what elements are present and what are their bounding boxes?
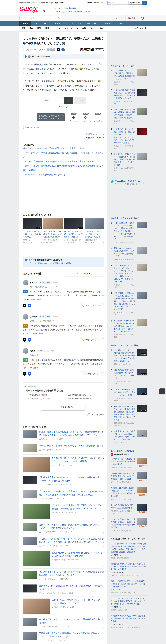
reacted-article-item[interactable]: 「テメェのほうが迷惑だろ！」満員のバスで赤ちゃんを怒鳴る“迷惑老人”…隣にいたイ… (111, 596, 147, 613)
dismiss-x-icon[interactable]: × (103, 626, 104, 628)
paid-article-title[interactable]: 石破茂首相への闇献金3000万円疑惑を直撃する《元側近が爆弾証言》【先出し全文】 (111, 472, 134, 480)
commenter-name[interactable]: 荒木樹 (30, 350, 36, 352)
list-item-title[interactable]: 「テメェのほうが迷惑だろ！」満員のバスで赤ちゃんを怒鳴る“迷惑老人”…隣にいたイ… (39, 490, 104, 496)
list-item-title[interactable]: 犬との散歩中に見つけた「花」に警察が出動！この時期に開花する違法な植物、発見した… (39, 570, 104, 577)
list-item[interactable]: 犬との散歩中に見つけた「花」に警察が出動！この時期に開花する違法な植物、発見した… (23, 568, 104, 582)
list-item-title[interactable]: 《またしても出頭延期》水原一平被告、気になる“妻の居場所” 昨年8月には“まさか… (52, 504, 104, 510)
dismiss-x-icon[interactable]: × (103, 532, 104, 534)
reaction-button[interactable]: 1,305 学びがある (67, 112, 80, 122)
nav-tab[interactable]: オリジナル (69, 21, 84, 26)
comment-count[interactable]: 4231 (39, 545, 45, 547)
list-item[interactable]: 「テメェのほうが迷惑だろ！」満員のバスで赤ちゃんを怒鳴る“迷惑老人”…隣にいたイ… (23, 488, 104, 502)
ranking-title[interactable]: 「ごはん1杯はコンビニのサンドウィッチより安い」と主張のJA組合長が炎上…「江藤… (114, 222, 135, 240)
comment-count[interactable]: 72 (39, 578, 43, 580)
list-item-title[interactable]: 東出昌大「私は何としてでも生きていける」 紆余曲折を経て手にした“自信” (39, 618, 104, 624)
ranking-item[interactable]: 1 ママ友同士で“闇バイト” “指示役”の女に懲役2年の実刑判決 他人名義の電子… (111, 347, 147, 367)
reacted-article-title[interactable]: 保育園のママ友らと共謀、143万円の詐欺に問われた33歳女に懲役2年の実刑判決 … (111, 615, 145, 622)
publisher-logo[interactable]: 読売新聞オンライン (80, 48, 104, 52)
pagination-page-2-current[interactable]: 2 (64, 97, 73, 104)
list-item-title[interactable]: 小学校、満開の桜を伐採 事前説明なく、住民から批判の声 北九州 (39, 444, 104, 448)
list-item[interactable]: 《またしても出頭延期》水原一平被告、気になる“妻の居場所” 昨年8月には“まさか… (23, 502, 104, 521)
list-item[interactable]: 北海道・鈴木知事の高校時代は「バイト漬け」、両親の離婚で生活困窮・姉は短大中退…… (23, 428, 104, 442)
read-also-card[interactable]: ▶ 「金が払われていない」「何とかしろ」…古賀誠氏の長男、どなり… 読売新聞オン… (85, 218, 104, 244)
pagination-prev[interactable]: ‹ 前へ (41, 97, 52, 104)
list-item-title[interactable]: 鈴木誠也が10号！大谷以来日本人2人目4年連続2桁本塁打 2度両手突き上げバンザ… (39, 584, 104, 591)
paid-article-title[interactable]: 《川崎ストーカー死体遺棄》容疑者父の初告白と母の隠蔽工作【先出し全文】 (111, 458, 135, 465)
dismiss-x-icon[interactable]: × (103, 439, 104, 441)
category-tab[interactable]: 国内 (27, 27, 35, 30)
helpful-button[interactable]: 参考になった 1407 (80, 337, 104, 342)
list-item[interactable]: 「複雑な家庭環境から逃げたかった」…殺人容疑で逮捕の中３少年、８４歳の女性を無差… (23, 474, 104, 488)
comment-count[interactable]: 308 (39, 498, 44, 500)
related-article-link[interactable]: 朝の「パンティッシュ」は…子供の教育上いけない非常識な行為か (23, 146, 104, 150)
ranking-title[interactable]: 「また“あの団地”出てきた」「いつか住みたい…」 NHKドラマ『しあわせは食べて… (114, 264, 134, 282)
dismiss-x-icon[interactable]: × (103, 242, 104, 244)
commenter-avatar[interactable] (23, 280, 28, 286)
dismiss-x-icon[interactable]: × (103, 579, 104, 581)
reacted-article-item[interactable]: 高齢女性の認知機能低下につけこみ4145万円交付させる、前佐賀市議に懲役6年…裁… (111, 578, 147, 596)
source-site-link[interactable]: 読売新聞オンライン (23, 136, 104, 139)
list-item-title[interactable]: 三崎優太氏、消費減税の財源議論に「なんで税収維持が前提なんだよ？」 「海外ばらま… (39, 632, 104, 638)
ranking-title[interactable]: 【解説】“消費税減税” 石破首相はなぜ慎重？ 野党「何もしない」と批判 (114, 388, 135, 396)
dismiss-x-icon[interactable]: × (103, 484, 104, 486)
paid-article-title[interactable]: 米中合意後の日経平均が3万8000円を上抜くための条件 (111, 504, 133, 509)
dismiss-x-icon[interactable]: × (103, 612, 104, 614)
list-item[interactable]: 万博「パーク＆ライド」低迷、渋滞対策で高い料金設定が裏目に…「これだけ利用されな… (23, 521, 104, 535)
category-tab[interactable]: 地域 (98, 27, 106, 30)
paid-article-item[interactable]: 《川崎ストーカー死体遺棄》容疑者父の初告白と母の隠蔽工作【先出し全文】 文春オン… (111, 456, 147, 470)
ranking-title[interactable]: ママ友同士で“闇バイト” “指示役”の女に懲役2年の実刑判決 他人名義の電子マネ… (114, 349, 135, 362)
dismiss-x-icon[interactable]: × (103, 498, 104, 500)
ranking-item[interactable]: 4 〈石破首相“ヤミ献金3000万円”告発者が会見〉「年間6000万円分の商品券… (111, 290, 147, 318)
dismiss-x-icon[interactable]: × (41, 242, 42, 244)
list-item-title[interactable]: 「複雑な家庭環境から逃げたかった」…殺人容疑で逮捕の中３少年、８４歳の女性を無差… (39, 476, 104, 482)
dismiss-x-icon[interactable]: × (62, 242, 63, 244)
category-tab[interactable]: 科学 (80, 27, 88, 30)
reacted-article-item[interactable]: ママ友同士で“闇バイト” “指示役”の女に懲役2年の実刑判決 他人名義の電子マネ… (111, 541, 147, 561)
share-facebook-button[interactable]: f (28, 304, 31, 308)
help-link[interactable]: ヘルプ (101, 2, 106, 4)
ranking-item[interactable]: 3 「また“あの団地”出てきた」「いつか住みたい…」 NHKドラマ『しあわせは食… (111, 262, 147, 290)
ranking-title[interactable]: 東名高速でトラックの事故があり1人を病院に搬送 中央分離帯に衝突して横転したか … (114, 430, 135, 440)
ranking-item[interactable]: 2 羽田空港の駐車場予約枠、高額転売か 予約開始後“あっという間”に…利用者「憤… (111, 367, 147, 386)
nav-tab[interactable]: エキスパート (52, 21, 69, 26)
list-item-title[interactable]: 万博「パーク＆ライド」低迷、渋滞対策で高い料金設定が裏目に…「これだけ利用されな… (39, 523, 104, 530)
dismiss-x-icon[interactable]: × (103, 451, 104, 453)
expert-recommend-bar[interactable]: ✓ 多田文明さんが推薦中 (23, 54, 104, 59)
read-also-title[interactable]: 保育園のママ友らと共謀、143万円の詐欺に問われた33歳女に懲… (64, 230, 84, 238)
ranking-item[interactable]: 1 ママ友誘って闇バイト「楽に稼げて、夢膨らんだ」…懲役２年の実刑判決にしばらく… (111, 68, 147, 87)
list-item[interactable]: 鈴木誠也が10号！大谷以来日本人2人目4年連続2桁本塁打 2度両手突き上げバンザ… (23, 582, 104, 596)
settings-button[interactable] (138, 15, 147, 21)
purchase-history-link[interactable]: 購入履歴 (125, 15, 138, 21)
ranking-title[interactable]: 〈石破首相“ヤミ献金3000万円”告発者が会見〉「年間6000万円分の商品券を買… (114, 292, 135, 310)
related-article-link[interactable]: だまされ２千万円発送、ヤマト運輸がギリギリで配送止める…家族泣いて喜ぶ (23, 159, 104, 164)
ranking-item[interactable]: 2 「複雑な家庭環境から逃げたかった」…殺人容疑で逮捕の中３少年、８４歳の女性を… (111, 87, 147, 107)
nav-tab[interactable]: みんなの意見 (84, 21, 101, 26)
ranking-title[interactable]: 59歳で誕生の“待望の我が子”を10歳から≪イギリスの全寮制スクール≫に入れた理… (114, 320, 135, 332)
nav-tab[interactable]: ランキング (101, 21, 117, 26)
dismiss-x-icon[interactable]: × (82, 242, 84, 244)
nav-tab[interactable]: 速報 (31, 21, 40, 26)
hide-comments-checkbox[interactable] (88, 414, 90, 416)
category-tab[interactable]: 主要 (19, 27, 27, 30)
commenter-name[interactable]: 京師美佳 (30, 316, 38, 318)
paid-article-title[interactable]: 《ついに初公判》三菱UFJ17億円窃盗「貸金庫」行員の女 今村由香理(46)の家… (111, 518, 135, 528)
category-tab[interactable]: 国際 (35, 27, 43, 30)
read-also-title[interactable]: 新聞に掲載された“或る欄”を見て決めていた犯行先 空き巣常習犯の… (43, 230, 63, 238)
read-also-card[interactable]: ▶ 0:46 保育園のママ友らと共謀、143万円の詐欺に問われた33歳女に懲… … (64, 218, 84, 244)
category-tab[interactable]: ライフ (88, 27, 98, 30)
paid-article-item[interactable]: 米中合意後の日経平均が3万8000円を上抜くための条件 会社四季報オンライン 5… (111, 502, 147, 516)
list-item-title[interactable]: 北海道・鈴木知事の高校時代は「バイト漬け」、両親の離婚で生活困窮・姉は短大中退…… (39, 430, 104, 437)
yahoo-original-promo[interactable]: Yahoo!ニュース オリジナル Yahoo!ニュースでしか出会えないコンテンツ (111, 178, 147, 190)
comment-count[interactable]: 1560 (39, 449, 45, 451)
share-facebook-button[interactable]: f (61, 48, 65, 52)
ranking-item[interactable]: 5 改正道交法「歩道走行アウト！」に自転車ユーザー困惑…「青切符・反則金」判断の… (111, 151, 147, 173)
reaction-button[interactable]: 3,540 わかりやすい (80, 112, 92, 122)
related-article-link[interactable]: 「闇バイトに応募」２９歳男ら２人、目黒区の住宅の窓壊し侵入未遂容疑で逮捕…ほかの… (23, 164, 104, 172)
list-item[interactable]: 酒井法子“元カレ”俳優との2ショット公開「こんなにも一途に女性を愛してたなんて…… (23, 596, 104, 616)
ranking-item[interactable]: 4 「大麻でビッグスター逮捕」現代なら連日報道・謝罪会見モノだが…「たかがマリフ… (111, 126, 147, 151)
commenter-avatar[interactable] (23, 314, 28, 320)
comment-more-link[interactable]: もっと見る (31, 298, 41, 300)
helpful-button[interactable]: 参考になった 58 (82, 371, 104, 376)
yahoo-news-logo[interactable]: YAHOO! JAPAN ニュース (19, 7, 53, 13)
ranking-item[interactable]: 2 長期目線でゆるゆる続ける“ゆる転職活動” 「心の逃げ道」つくりたい若手に浸透… (111, 245, 147, 262)
